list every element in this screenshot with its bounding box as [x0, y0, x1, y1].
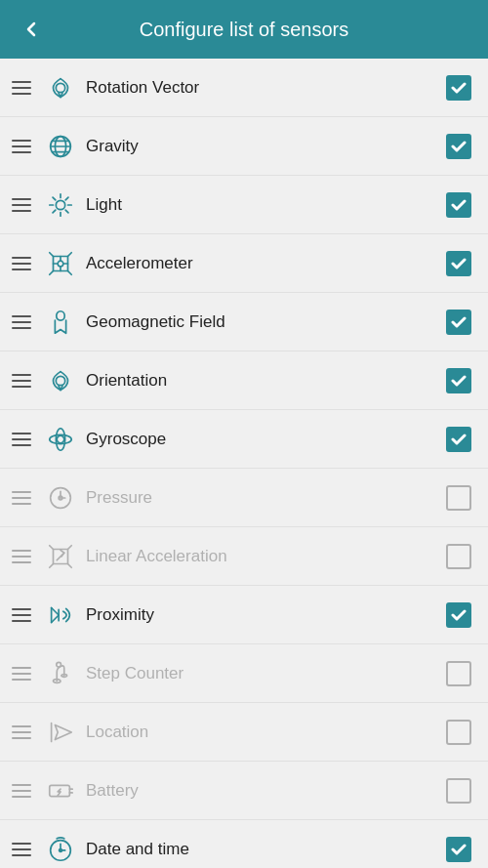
checkbox-checked — [446, 192, 471, 218]
sensor-icon-step-counter — [39, 652, 82, 695]
sensor-item-rotation-vector: Rotation Vector — [0, 59, 488, 117]
checkbox-geomagnetic-field[interactable] — [437, 301, 480, 344]
checkbox-location[interactable] — [437, 711, 480, 754]
svg-point-20 — [56, 376, 64, 385]
svg-line-13 — [65, 197, 68, 200]
svg-point-35 — [57, 662, 61, 667]
checkbox-unchecked — [446, 485, 471, 511]
drag-handle[interactable] — [4, 725, 39, 739]
drag-handle[interactable] — [4, 843, 39, 856]
sensor-icon-linear-acceleration — [39, 535, 82, 578]
checkbox-pressure[interactable] — [437, 476, 480, 519]
sensor-icon-gyroscope — [39, 418, 82, 461]
sensor-name-step-counter: Step Counter — [82, 664, 437, 683]
sensor-name-light: Light — [82, 195, 437, 215]
sensor-name-rotation-vector: Rotation Vector — [82, 78, 437, 98]
sensor-item-gyroscope: Gyroscope — [0, 410, 488, 469]
checkbox-proximity[interactable] — [437, 594, 480, 637]
sensor-name-pressure: Pressure — [82, 488, 437, 508]
drag-handle[interactable] — [4, 81, 39, 95]
sensor-icon-gravity — [39, 125, 82, 168]
checkbox-checked — [446, 251, 471, 276]
sensor-name-orientation: Orientation — [82, 371, 437, 391]
drag-handle[interactable] — [4, 140, 39, 153]
sensor-item-accelerometer: Accelerometer — [0, 234, 488, 293]
sensor-icon-orientation — [39, 359, 82, 402]
sensor-item-date-and-time: Date and time — [0, 820, 488, 868]
svg-line-11 — [53, 197, 56, 200]
checkbox-date-and-time[interactable] — [437, 828, 480, 869]
sensor-item-step-counter: Step Counter — [0, 644, 488, 703]
sensor-item-battery: Battery — [0, 762, 488, 820]
sensor-name-proximity: Proximity — [82, 605, 437, 625]
sensor-item-proximity: Proximity — [0, 586, 488, 644]
sensor-name-geomagnetic-field: Geomagnetic Field — [82, 312, 437, 332]
checkbox-rotation-vector[interactable] — [437, 66, 480, 109]
sensor-name-battery: Battery — [82, 781, 437, 801]
checkbox-checked — [446, 310, 471, 335]
sensor-name-gravity: Gravity — [82, 137, 437, 156]
drag-handle[interactable] — [4, 784, 39, 798]
svg-line-12 — [65, 210, 68, 213]
sensor-name-gyroscope: Gyroscope — [82, 430, 437, 449]
sensor-item-light: Light — [0, 176, 488, 234]
drag-handle[interactable] — [4, 608, 39, 622]
drag-handle[interactable] — [4, 550, 39, 563]
svg-line-14 — [53, 210, 56, 213]
sensor-item-pressure: Pressure — [0, 469, 488, 527]
drag-handle[interactable] — [4, 257, 39, 270]
drag-handle[interactable] — [4, 667, 39, 681]
checkbox-checked — [446, 75, 471, 101]
svg-point-43 — [60, 848, 62, 851]
sensor-name-location: Location — [82, 723, 437, 742]
sensor-item-orientation: Orientation — [0, 351, 488, 410]
sensor-item-geomagnetic-field: Geomagnetic Field — [0, 293, 488, 351]
drag-handle[interactable] — [4, 374, 39, 388]
sensor-list: Rotation Vector Gravity — [0, 59, 488, 868]
sensor-name-accelerometer: Accelerometer — [82, 254, 437, 273]
checkbox-unchecked — [446, 778, 471, 804]
sensor-name-linear-acceleration: Linear Acceleration — [82, 547, 437, 566]
checkbox-gravity[interactable] — [437, 125, 480, 168]
sensor-name-date-and-time: Date and time — [82, 840, 437, 859]
checkbox-accelerometer[interactable] — [437, 242, 480, 285]
checkbox-orientation[interactable] — [437, 359, 480, 402]
sensor-icon-rotation-vector — [39, 66, 82, 109]
checkbox-step-counter[interactable] — [437, 652, 480, 695]
svg-line-31 — [52, 615, 60, 623]
checkbox-unchecked — [446, 661, 471, 686]
drag-handle[interactable] — [4, 433, 39, 446]
checkbox-linear-acceleration[interactable] — [437, 535, 480, 578]
drag-handle[interactable] — [4, 198, 39, 212]
back-button[interactable] — [16, 14, 47, 45]
checkbox-unchecked — [446, 720, 471, 745]
sensor-item-location: Location — [0, 703, 488, 762]
sensor-icon-proximity — [39, 594, 82, 637]
svg-point-21 — [57, 435, 64, 443]
sensor-icon-pressure — [39, 476, 82, 519]
checkbox-checked — [446, 837, 471, 862]
svg-point-0 — [56, 83, 64, 92]
checkbox-unchecked — [446, 544, 471, 569]
sensor-icon-accelerometer — [39, 242, 82, 285]
sensor-icon-location — [39, 711, 82, 754]
sensor-item-gravity: Gravity — [0, 117, 488, 176]
drag-handle[interactable] — [4, 315, 39, 329]
checkbox-gyroscope[interactable] — [437, 418, 480, 461]
checkbox-battery[interactable] — [437, 769, 480, 812]
page-title: Configure list of sensors — [66, 19, 472, 41]
checkbox-checked — [446, 368, 471, 393]
drag-handle[interactable] — [4, 491, 39, 505]
sensor-item-linear-acceleration: Linear Acceleration — [0, 527, 488, 586]
checkbox-checked — [446, 134, 471, 159]
svg-line-30 — [52, 607, 60, 615]
checkbox-checked — [446, 602, 471, 628]
checkbox-checked — [446, 427, 471, 452]
header: Configure list of sensors — [0, 0, 488, 59]
sensor-icon-date-and-time — [39, 828, 82, 869]
sensor-icon-battery — [39, 769, 82, 812]
sensor-icon-geomagnetic-field — [39, 301, 82, 344]
sensor-icon-light — [39, 184, 82, 227]
svg-point-6 — [56, 200, 64, 209]
checkbox-light[interactable] — [437, 184, 480, 227]
